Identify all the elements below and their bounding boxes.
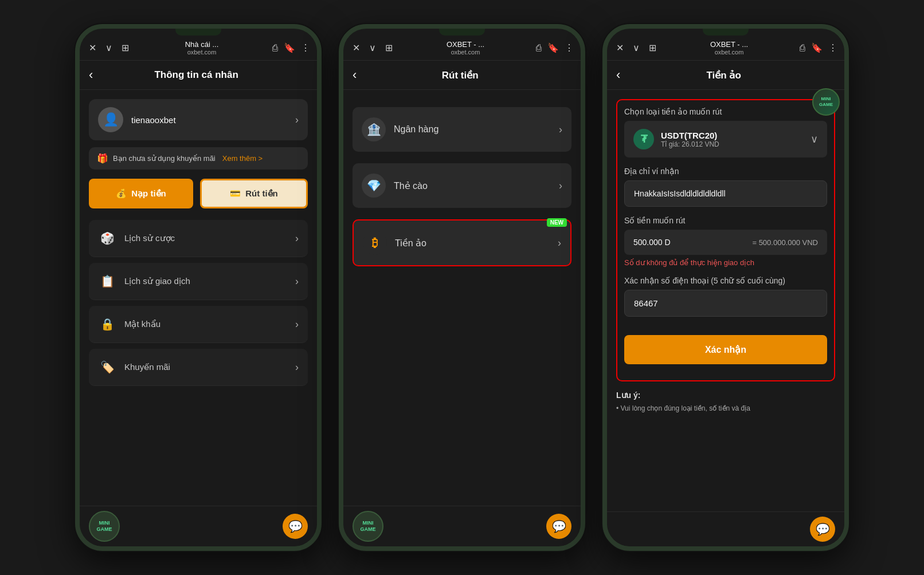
promo-text: Bạn chưa sử dụng khuyến mãi — [113, 154, 216, 163]
new-badge: NEW — [547, 218, 567, 227]
amount-value: 500.000 D — [633, 238, 747, 247]
browser-title-3: OXBET - ... oxbet.com — [663, 40, 795, 56]
crypto-info: USDT(TRC20) Tỉ giá: 26.012 VND — [661, 131, 804, 148]
menu-bet-history[interactable]: 🎲 Lịch sử cược › — [89, 220, 308, 257]
close-tab-icon-2[interactable]: ✕ — [350, 41, 362, 54]
close-tab-icon[interactable]: ✕ — [87, 41, 99, 54]
amount-label: Số tiền muốn rút — [624, 216, 827, 225]
crypto-select-section: Chọn loại tiền ảo muốn rút ₮ USDT(TRC20)… — [624, 107, 827, 157]
form-red-box: Chọn loại tiền ảo muốn rút ₮ USDT(TRC20)… — [616, 99, 835, 381]
note-section: Lưu ý: • Vui lòng chọn đúng loại tiền, s… — [616, 386, 835, 413]
profile-card[interactable]: 👤 tienaooxbet › — [89, 99, 308, 140]
browser-title-2: OXBET - ... oxbet.com — [400, 40, 531, 56]
avatar: 👤 — [98, 107, 123, 132]
crypto-rate: Tỉ giá: 26.012 VND — [661, 140, 804, 148]
crypto-selector[interactable]: ₮ USDT(TRC20) Tỉ giá: 26.012 VND ∨ — [624, 121, 827, 157]
phone-1: ✕ ∨ ⊞ Nhà cái ... oxbet.com ⎙ 🔖 ⋮ ‹ Thôn… — [75, 24, 322, 551]
withdraw-icon: 💳 — [230, 188, 241, 199]
deposit-icon: 💰 — [116, 188, 127, 199]
chat-button-2[interactable]: 💬 — [546, 514, 571, 539]
close-tab-icon-3[interactable]: ✕ — [614, 41, 626, 54]
share-icon-2[interactable]: ⎙ — [536, 43, 542, 53]
chat-button-3[interactable]: 💬 — [810, 517, 835, 542]
more-icon[interactable]: ⋮ — [301, 42, 310, 53]
promo-link[interactable]: Xem thêm > — [222, 154, 263, 163]
promo-bar[interactable]: 🎁 Bạn chưa sử dụng khuyến mãi Xem thêm > — [89, 147, 308, 170]
expand-icon-2[interactable]: ∨ — [367, 41, 378, 54]
crypto-icon-btc: ₿ — [363, 231, 387, 255]
password-icon: 🔒 — [98, 315, 116, 333]
address-label: Địa chỉ ví nhận — [624, 167, 827, 176]
withdraw-button[interactable]: 💳 Rút tiền — [200, 179, 308, 208]
amount-equiv: = 500.000.000 VND — [752, 238, 818, 247]
crypto-chevron: › — [558, 237, 561, 249]
share-icon-3[interactable]: ⎙ — [800, 43, 805, 53]
select-label: Chọn loại tiền ảo muốn rút — [624, 107, 827, 116]
password-label: Mật khẩu — [124, 319, 287, 329]
chat-button-1[interactable]: 💬 — [283, 514, 308, 539]
expand-icon-3[interactable]: ∨ — [631, 41, 642, 54]
screen-content-2: 🏦 Ngân hàng › 💎 Thẻ cào › NEW ₿ Tiền ảo … — [343, 90, 581, 506]
page-header-2: ‹ Rút tiền — [343, 61, 581, 90]
bank-chevron: › — [559, 124, 562, 136]
usdt-icon: ₮ — [633, 129, 654, 149]
back-button-2[interactable]: ‹ — [353, 68, 357, 82]
browser-actions-1: ⎙ 🔖 ⋮ — [272, 42, 310, 53]
promo-icon: 🎁 — [97, 153, 108, 164]
crypto-name: USDT(TRC20) — [661, 131, 804, 140]
crypto-option-wrapper: NEW ₿ Tiền ảo › — [353, 219, 571, 266]
tabs-icon-3[interactable]: ⊞ — [647, 41, 659, 54]
card-icon: 💎 — [362, 174, 386, 198]
more-icon-2[interactable]: ⋮ — [565, 42, 574, 53]
back-button-3[interactable]: ‹ — [616, 68, 620, 82]
share-icon[interactable]: ⎙ — [272, 43, 278, 53]
bottom-area-2: MINIGAME 💬 — [343, 506, 581, 546]
note-title: Lưu ý: — [616, 391, 835, 400]
more-icon-3[interactable]: ⋮ — [828, 42, 837, 53]
card-label: Thẻ cào — [394, 180, 551, 191]
chevron-1: › — [295, 233, 299, 245]
transaction-icon: 📋 — [98, 272, 116, 290]
page-header-3: ‹ Tiền ảo MINIGAME — [607, 61, 844, 90]
menu-promotions[interactable]: 🏷️ Khuyến mãi › — [89, 349, 308, 386]
browser-actions-2: ⎙ 🔖 ⋮ — [536, 42, 574, 53]
menu-password[interactable]: 🔒 Mật khẩu › — [89, 306, 308, 343]
crypto-dropdown-icon[interactable]: ∨ — [811, 133, 818, 145]
menu-transaction-history[interactable]: 📋 Lịch sử giao dịch › — [89, 263, 308, 300]
mini-game-badge-2[interactable]: MINIGAME — [353, 511, 383, 542]
promo-label: Khuyến mãi — [124, 362, 287, 372]
crypto-option[interactable]: ₿ Tiền ảo › — [353, 219, 571, 266]
tabs-icon[interactable]: ⊞ — [119, 41, 131, 54]
card-option[interactable]: 💎 Thẻ cào › — [353, 163, 571, 208]
action-buttons: 💰 Nạp tiền 💳 Rút tiền — [89, 179, 308, 208]
browser-actions-3: ⎙ 🔖 ⋮ — [800, 42, 837, 53]
browser-bar-1: ✕ ∨ ⊞ Nhà cái ... oxbet.com ⎙ 🔖 ⋮ — [80, 36, 317, 61]
bank-option[interactable]: 🏦 Ngân hàng › — [353, 107, 571, 152]
browser-bar-2: ✕ ∨ ⊞ OXBET - ... oxbet.com ⎙ 🔖 ⋮ — [343, 36, 581, 61]
tabs-icon-2[interactable]: ⊞ — [383, 41, 395, 54]
phone-3: ✕ ∨ ⊞ OXBET - ... oxbet.com ⎙ 🔖 ⋮ ‹ Tiền… — [602, 24, 849, 551]
address-input[interactable] — [624, 180, 827, 207]
bookmark-icon-2[interactable]: 🔖 — [547, 42, 559, 53]
screen-content-1: 👤 tienaooxbet › 🎁 Bạn chưa sử dụng khuyế… — [80, 90, 317, 506]
bookmark-icon-3[interactable]: 🔖 — [811, 42, 823, 53]
profile-chevron: › — [295, 114, 299, 126]
phone-verify-label: Xác nhận số điện thoại (5 chữ số cuối cù… — [624, 276, 827, 285]
page-header-1: ‹ Thông tin cá nhân — [80, 61, 317, 90]
bank-icon: 🏦 — [362, 117, 386, 141]
error-message: Số dư không đủ để thực hiện giao dịch — [624, 258, 827, 267]
page-title-3: Tiền ảo — [629, 69, 818, 81]
screen-content-3: Chọn loại tiền ảo muốn rút ₮ USDT(TRC20)… — [607, 90, 844, 511]
confirm-button[interactable]: Xác nhận — [624, 335, 827, 364]
bookmark-icon[interactable]: 🔖 — [284, 42, 295, 53]
deposit-button[interactable]: 💰 Nạp tiền — [89, 179, 193, 208]
page-title-2: Rút tiền — [366, 69, 554, 81]
bet-history-icon: 🎲 — [98, 229, 116, 247]
expand-icon[interactable]: ∨ — [103, 41, 115, 54]
mini-game-badge-1[interactable]: MINIGAME — [89, 511, 120, 542]
browser-bar-3: ✕ ∨ ⊞ OXBET - ... oxbet.com ⎙ 🔖 ⋮ — [607, 36, 844, 61]
address-section: Địa chỉ ví nhận — [624, 167, 827, 207]
back-button-1[interactable]: ‹ — [89, 68, 93, 82]
mini-game-corner[interactable]: MINIGAME — [812, 88, 840, 116]
phone-verify-input[interactable] — [624, 290, 827, 317]
